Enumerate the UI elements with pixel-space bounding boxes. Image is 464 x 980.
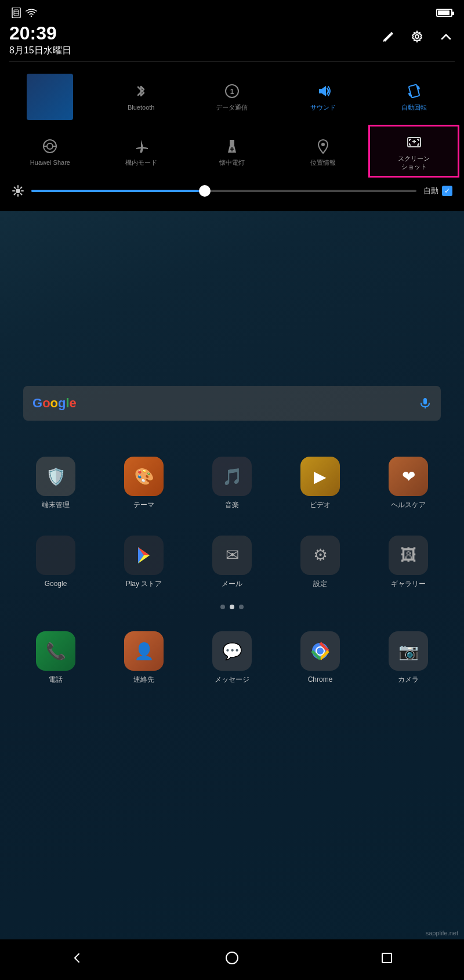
- home-screen: Google 🛡️ 端末管理 🎨 テーマ 🎵 音楽 ▶ ビデオ ❤ ヘルスケア: [0, 316, 464, 980]
- data-icon: 1: [223, 82, 241, 100]
- huaweishare-tile[interactable]: Huawei Share: [5, 125, 96, 178]
- app-grid-row2: Google Play ストア ✉ メール ⚙ 設定 🖼 ギャラリー: [0, 517, 464, 596]
- svg-point-15: [321, 143, 325, 146]
- profile-picture: [27, 74, 73, 120]
- device-manager-icon: 🛡️: [36, 457, 75, 496]
- home-button[interactable]: [213, 945, 251, 974]
- app-phone[interactable]: 📞 電話: [12, 624, 100, 692]
- theme-label: テーマ: [133, 501, 154, 510]
- location-tile[interactable]: 位置情報: [277, 125, 368, 178]
- mail-label: メール: [222, 580, 242, 589]
- bottom-dock: 📞 電話 👤 連絡先 💬 メッセージ Chrome: [0, 619, 464, 697]
- svg-rect-1: [14, 10, 19, 16]
- sound-tile[interactable]: サウンド: [277, 67, 368, 125]
- airplane-label: 機内モード: [125, 158, 157, 167]
- settings-button[interactable]: [408, 28, 426, 48]
- auto-brightness-checkbox[interactable]: ✓: [442, 186, 452, 196]
- sound-label: サウンド: [310, 103, 336, 111]
- svg-line-32: [14, 187, 16, 188]
- recents-icon: [380, 951, 394, 965]
- watermark: sapplife.net: [426, 930, 458, 936]
- google-icon: [36, 536, 75, 575]
- bluetooth-tile[interactable]: Bluetooth: [96, 67, 187, 125]
- svg-rect-0: [12, 8, 20, 18]
- svg-rect-42: [382, 953, 392, 963]
- data-tile[interactable]: 1 データ通信: [187, 67, 278, 125]
- time-display: 20:39: [9, 23, 379, 44]
- svg-line-35: [14, 193, 16, 194]
- huaweishare-icon: [41, 138, 59, 155]
- battery-icon: [436, 9, 452, 17]
- phone-label: 電話: [49, 675, 63, 685]
- app-theme[interactable]: 🎨 テーマ: [100, 450, 188, 517]
- app-camera[interactable]: 📷 カメラ: [364, 624, 452, 692]
- flashlight-tile[interactable]: 懐中電灯: [187, 125, 278, 178]
- screenshot-icon: [405, 133, 423, 151]
- phone-icon: 📞: [36, 631, 75, 671]
- theme-icon: 🎨: [124, 457, 164, 496]
- chevron-up-icon: [440, 30, 452, 43]
- home-icon: [225, 951, 239, 965]
- playstore-label: Play ストア: [126, 580, 162, 589]
- chrome-label: Chrome: [308, 675, 333, 685]
- page-dots: [0, 595, 464, 619]
- brightness-fill: [31, 190, 205, 192]
- app-music[interactable]: 🎵 音楽: [188, 450, 276, 517]
- recents-button[interactable]: [368, 945, 405, 974]
- back-icon: [70, 951, 84, 965]
- autorotate-tile[interactable]: 自動回転: [368, 67, 459, 125]
- app-playstore[interactable]: Play ストア: [100, 529, 188, 596]
- video-icon: ▶: [300, 457, 340, 496]
- settings-app-icon: ⚙: [300, 536, 340, 575]
- time-date: 20:39 8月15日水曜日: [9, 23, 379, 57]
- autorotate-label: 自動回転: [401, 103, 427, 111]
- google-logo: Google: [32, 396, 77, 411]
- app-chrome[interactable]: Chrome: [276, 624, 364, 692]
- messages-label: メッセージ: [215, 675, 249, 685]
- profile-tile[interactable]: [5, 67, 96, 125]
- app-settings[interactable]: ⚙ 設定: [276, 529, 364, 596]
- airplane-icon: [132, 138, 150, 155]
- health-icon: ❤: [389, 457, 428, 496]
- date-display: 8月15日水曜日: [9, 45, 379, 57]
- settings-icon: [411, 30, 423, 43]
- location-icon: [314, 138, 332, 155]
- sim-icon: [12, 8, 21, 18]
- app-contacts[interactable]: 👤 連絡先: [100, 624, 188, 692]
- app-messages[interactable]: 💬 メッセージ: [188, 624, 276, 692]
- contacts-icon: 👤: [124, 631, 164, 671]
- brightness-slider[interactable]: [31, 190, 416, 192]
- screenshot-tile[interactable]: スクリーンショット: [368, 125, 459, 178]
- music-label: 音楽: [225, 501, 239, 510]
- collapse-button[interactable]: [437, 28, 455, 48]
- sound-icon: [314, 82, 332, 100]
- playstore-icon: [124, 536, 164, 575]
- huaweishare-label: Huawei Share: [30, 158, 70, 167]
- app-gallery[interactable]: 🖼 ギャラリー: [364, 529, 452, 596]
- svg-rect-12: [230, 140, 234, 146]
- airplane-tile[interactable]: 機内モード: [96, 125, 187, 178]
- mic-icon: [419, 397, 432, 410]
- notification-panel: 20:39 8月15日水曜日: [0, 0, 464, 211]
- app-mail[interactable]: ✉ メール: [188, 529, 276, 596]
- autorotate-icon: [405, 82, 423, 100]
- screenshot-label: スクリーンショット: [398, 154, 430, 171]
- app-device-manager[interactable]: 🛡️ 端末管理: [12, 450, 100, 517]
- page-dot-1: [220, 605, 225, 609]
- auto-brightness: 自動 ✓: [423, 186, 452, 196]
- brightness-thumb: [199, 185, 211, 197]
- svg-line-34: [21, 187, 22, 188]
- google-search-bar[interactable]: Google: [23, 386, 441, 421]
- edit-icon: [382, 30, 394, 43]
- app-grid-row1: 🛡️ 端末管理 🎨 テーマ 🎵 音楽 ▶ ビデオ ❤ ヘルスケア: [0, 438, 464, 517]
- bluetooth-label: Bluetooth: [128, 103, 154, 111]
- header-icons: [379, 23, 455, 48]
- flashlight-label: 懐中電灯: [219, 158, 245, 167]
- edit-button[interactable]: [379, 28, 397, 48]
- app-video[interactable]: ▶ ビデオ: [276, 450, 364, 517]
- app-google[interactable]: Google: [12, 529, 100, 596]
- bluetooth-icon: [132, 82, 150, 100]
- back-button[interactable]: [59, 945, 96, 974]
- wifi-icon: [26, 8, 37, 17]
- app-health[interactable]: ❤ ヘルスケア: [364, 450, 452, 517]
